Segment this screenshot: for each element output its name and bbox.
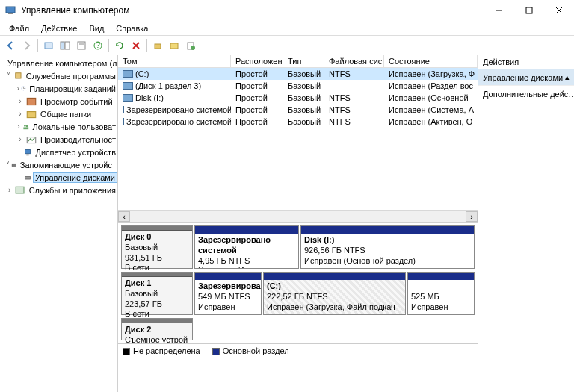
h-scrollbar[interactable]: ‹ ›: [118, 210, 478, 222]
forward-button[interactable]: [19, 38, 34, 53]
center-pane: Том Расположение Тип Файловая система Со…: [118, 55, 478, 392]
volume-icon: [123, 118, 124, 125]
actions-disk-management[interactable]: Управление дисками▴: [478, 69, 574, 86]
up-button[interactable]: [41, 38, 56, 53]
svg-rect-16: [170, 43, 178, 49]
disk-row-0[interactable]: Диск 0Базовый931,51 ГБВ сети Зарезервиро…: [121, 225, 475, 269]
volume-row[interactable]: Зарезервировано системой (D:)ПростойБазо…: [118, 116, 478, 128]
tree-root[interactable]: Управление компьютером (лс: [0, 57, 117, 69]
col-status[interactable]: Состояние: [384, 55, 478, 67]
svg-rect-9: [78, 42, 85, 49]
col-volume[interactable]: Том: [118, 55, 231, 67]
refresh-button[interactable]: [112, 38, 127, 53]
back-button[interactable]: [3, 38, 18, 53]
volume-row[interactable]: Зарезервировано системойПростойБазовыйNT…: [118, 104, 478, 116]
properties-button[interactable]: [74, 38, 89, 53]
action-button-2[interactable]: [167, 38, 182, 53]
title-bar: Управление компьютером: [0, 0, 574, 21]
menu-help[interactable]: Справка: [110, 22, 154, 34]
disk-0-partition-1[interactable]: Disk (I:)926,56 ГБ NTFSИсправен (Основно…: [300, 225, 475, 269]
disk-1-partition-0[interactable]: Зарезервирова549 МБ NTFSИсправен (Сист: [194, 272, 262, 315]
tree-task-scheduler[interactable]: ›Планировщик заданий: [0, 82, 117, 95]
tree-shared-folders[interactable]: ›Общие папки: [0, 108, 117, 120]
tree-services-apps[interactable]: ›Службы и приложения: [0, 184, 117, 196]
svg-rect-0: [6, 7, 15, 13]
volume-icon: [123, 82, 133, 90]
nav-tree[interactable]: Управление компьютером (лс ˅Служебные пр…: [0, 55, 118, 392]
volume-row[interactable]: Disk (I:)ПростойБазовыйNTFSИсправен (Осн…: [118, 92, 478, 104]
volume-icon: [123, 94, 133, 102]
svg-rect-30: [25, 149, 31, 153]
minimize-button[interactable]: [484, 0, 514, 21]
disk-0-label[interactable]: Диск 0Базовый931,51 ГБВ сети: [121, 225, 193, 269]
app-icon: [4, 4, 16, 16]
disk-2-label[interactable]: Диск 2Съемное устрой: [121, 318, 193, 340]
svg-rect-3: [526, 7, 532, 13]
action-button-3[interactable]: [183, 38, 198, 53]
svg-rect-33: [12, 165, 16, 167]
svg-point-27: [26, 125, 28, 127]
volume-list-header[interactable]: Том Расположение Тип Файловая система Со…: [118, 55, 478, 68]
svg-rect-28: [23, 127, 28, 129]
tree-local-users[interactable]: ›Локальные пользоват: [0, 120, 117, 133]
svg-point-18: [191, 46, 195, 50]
actions-more[interactable]: Дополнительные дейс…▸: [478, 86, 574, 102]
col-layout[interactable]: Расположение: [231, 55, 283, 67]
disk-row-2[interactable]: Диск 2Съемное устрой: [121, 318, 475, 340]
tree-disk-management[interactable]: Управление дисками: [0, 171, 117, 184]
svg-rect-15: [155, 44, 161, 49]
tree-performance[interactable]: ›Производительност: [0, 133, 117, 146]
disk-1-label[interactable]: Диск 1Базовый223,57 ГБВ сети: [121, 272, 193, 315]
action-button-1[interactable]: [150, 38, 165, 53]
tree-event-viewer[interactable]: ›Просмотр событий: [0, 95, 117, 108]
svg-rect-32: [12, 164, 16, 165]
svg-rect-8: [65, 42, 70, 49]
svg-rect-6: [45, 43, 52, 49]
volume-icon: [123, 70, 133, 78]
actions-header: Действия: [478, 55, 574, 69]
tree-device-manager[interactable]: Диспетчер устройств: [0, 146, 117, 158]
help-button[interactable]: ?: [90, 38, 105, 53]
disk-graphical-view[interactable]: Диск 0Базовый931,51 ГБВ сети Зарезервиро…: [118, 223, 478, 392]
menu-view[interactable]: Вид: [83, 22, 110, 34]
svg-rect-20: [16, 73, 21, 78]
tree-system-tools[interactable]: ˅Служебные программы: [0, 69, 117, 82]
menu-file[interactable]: Файл: [3, 22, 35, 34]
svg-rect-34: [25, 176, 30, 179]
disk-1-partition-1[interactable]: (C:)222,52 ГБ NTFSИсправен (Загрузка, Фа…: [263, 272, 406, 315]
col-fs[interactable]: Файловая система: [324, 55, 384, 67]
menu-bar: Файл Действие Вид Справка: [0, 21, 574, 36]
svg-rect-25: [27, 111, 35, 117]
volume-icon: [123, 106, 124, 113]
svg-rect-24: [27, 98, 35, 105]
maximize-button[interactable]: [514, 0, 544, 21]
volume-row[interactable]: (C:)ПростойБазовыйNTFSИсправен (Загрузка…: [118, 68, 478, 80]
actions-pane: Действия Управление дисками▴ Дополнитель…: [478, 55, 574, 392]
menu-action[interactable]: Действие: [35, 22, 83, 34]
disk-1-partition-2[interactable]: 525 МБИсправен (Разд: [407, 272, 475, 315]
volume-list[interactable]: Том Расположение Тип Файловая система Со…: [118, 55, 478, 223]
col-type[interactable]: Тип: [283, 55, 324, 67]
svg-text:?: ?: [96, 40, 100, 49]
legend: Не распределена Основной раздел: [118, 343, 478, 358]
volume-row[interactable]: (Диск 1 раздел 3)ПростойБазовыйИсправен …: [118, 80, 478, 92]
svg-rect-35: [16, 187, 25, 193]
svg-point-26: [24, 125, 26, 127]
tree-storage[interactable]: ˅Запоминающие устройст: [0, 158, 117, 171]
disk-0-partition-0[interactable]: Зарезервировано системой4,95 ГБ NTFSИспр…: [194, 225, 299, 269]
disk-row-1[interactable]: Диск 1Базовый223,57 ГБВ сети Зарезервиро…: [121, 272, 475, 315]
svg-rect-7: [61, 42, 64, 49]
window-title: Управление компьютером: [21, 5, 484, 16]
chevron-up-icon: ▴: [565, 72, 570, 82]
show-hide-button[interactable]: [58, 38, 72, 53]
scroll-right-icon[interactable]: ›: [466, 211, 478, 222]
legend-unallocated: Не распределена: [123, 346, 200, 355]
svg-rect-31: [27, 154, 29, 155]
legend-primary: Основной раздел: [212, 346, 289, 355]
close-button[interactable]: [544, 0, 574, 21]
delete-button[interactable]: [129, 38, 144, 53]
svg-rect-1: [8, 13, 13, 14]
scroll-left-icon[interactable]: ‹: [118, 211, 130, 222]
toolbar: ?: [0, 36, 574, 55]
